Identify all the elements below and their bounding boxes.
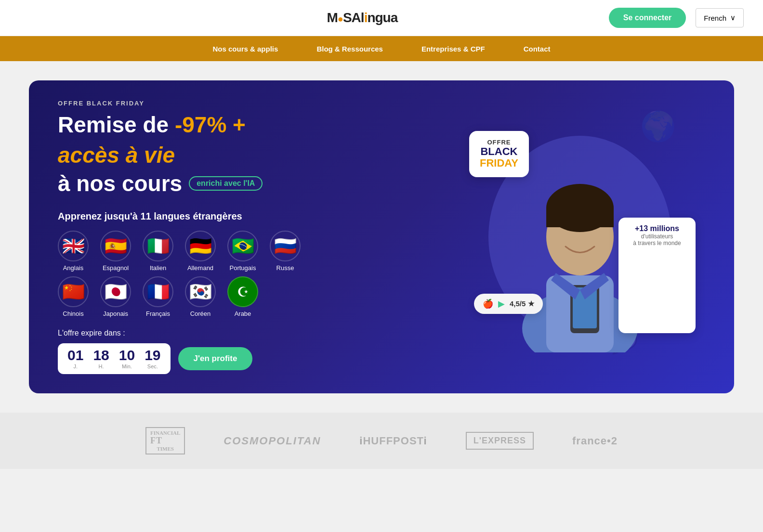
press-express: L'EXPRESS <box>466 432 534 450</box>
days-label: J. <box>73 363 78 369</box>
countdown-minutes: 10 Min. <box>119 348 135 369</box>
offer-bubble-top: OFFRE <box>480 139 518 146</box>
language-selector[interactable]: French ∨ <box>696 8 744 27</box>
flag-coreen-label: Coréen <box>190 310 211 317</box>
navigation: Nos cours & applis Blog & Ressources Ent… <box>0 36 763 61</box>
seconds-label: Sec. <box>147 363 158 369</box>
rating-bubble: 🍎 ▶ 4,5/5 ★ <box>474 294 543 314</box>
learn-text: Apprenez jusqu'à 11 langues étrangères <box>58 211 455 222</box>
countdown-row: 01 J. 18 H. 10 Min. 19 Sec. <box>58 343 455 374</box>
flag-japonais-label: Japonais <box>103 310 128 317</box>
header-right: Se connecter French ∨ <box>609 8 744 28</box>
nav-item-contact[interactable]: Contact <box>524 45 551 53</box>
flag-russe-label: Russe <box>276 264 294 272</box>
countdown-seconds: 19 Sec. <box>145 348 160 369</box>
press-huffpost: iHUFFPOSTi <box>359 435 427 447</box>
title-part3: à nos cours <box>58 170 182 196</box>
flag-arabe-icon: ☪ <box>227 276 258 307</box>
title-highlight: -97% + <box>175 112 246 137</box>
nav-item-enterprise[interactable]: Entreprises & CPF <box>421 45 485 53</box>
countdown-box: 01 J. 18 H. 10 Min. 19 Sec. <box>58 343 171 374</box>
flag-anglais-label: Anglais <box>63 264 84 272</box>
rating-value: 4,5/5 ★ <box>510 299 534 308</box>
flag-japonais-icon: 🇯🇵 <box>100 276 131 307</box>
countdown-hours: 18 H. <box>93 348 109 369</box>
flag-russe-icon: 🇷🇺 <box>270 231 301 261</box>
flag-espagnol-label: Espagnol <box>103 264 129 272</box>
title-part2: accès à vie <box>58 143 175 168</box>
expire-text: L'offre expire dans : <box>58 329 455 337</box>
logo: M●SAlingua <box>327 10 398 26</box>
flag-italien-label: Italien <box>150 264 167 272</box>
connect-button[interactable]: Se connecter <box>609 8 686 28</box>
minutes-label: Min. <box>122 363 132 369</box>
minutes-value: 10 <box>119 348 135 363</box>
flag-espagnol: 🇪🇸 Espagnol <box>100 231 131 272</box>
hours-value: 18 <box>93 348 109 363</box>
hero-title-line3: à nos cours enrichi avec l'IA <box>58 170 455 196</box>
offer-bubble-mid: BLACK <box>480 146 518 157</box>
flag-allemand-label: Allemand <box>187 264 213 272</box>
hero-left: OFFRE BLACK FRIDAY Remise de -97% + accè… <box>58 100 455 374</box>
users-sub2: à travers le monde <box>627 240 687 247</box>
flag-espagnol-icon: 🇪🇸 <box>100 231 131 261</box>
offer-tag: OFFRE BLACK FRIDAY <box>58 100 455 107</box>
users-bubble: +13 millions d'utilisateurs à travers le… <box>618 218 696 333</box>
hero-section: 🌍 💬 🏴 OFFRE BLACK FRIDAY Remise de -97% … <box>29 80 734 393</box>
flag-chinois-label: Chinois <box>63 310 83 317</box>
offer-bubble-bot: FRIDAY <box>480 157 518 169</box>
press-france2: france•2 <box>572 435 618 447</box>
flag-arabe: ☪ Arabe <box>227 276 258 317</box>
flags-row-1: 🇬🇧 Anglais 🇪🇸 Espagnol 🇮🇹 Italien 🇩🇪 All… <box>58 231 455 272</box>
flag-japonais: 🇯🇵 Japonais <box>100 276 131 317</box>
flag-coreen-icon: 🇰🇷 <box>185 276 216 307</box>
flag-anglais: 🇬🇧 Anglais <box>58 231 89 272</box>
offer-bubble: OFFRE BLACK FRIDAY <box>469 131 529 177</box>
seconds-value: 19 <box>145 348 160 363</box>
svg-rect-4 <box>546 208 614 227</box>
press-ft: FINANCIAL FT TIMES <box>145 427 185 454</box>
flag-coreen: 🇰🇷 Coréen <box>185 276 216 317</box>
flag-francais: 🇫🇷 Français <box>143 276 173 317</box>
nav-item-blog[interactable]: Blog & Ressources <box>316 45 383 53</box>
cta-button[interactable]: J'en profite <box>178 347 253 370</box>
flag-francais-icon: 🇫🇷 <box>143 276 173 307</box>
hero-right: OFFRE BLACK FRIDAY <box>455 121 705 352</box>
flag-chinois: 🇨🇳 Chinois <box>58 276 89 317</box>
countdown-days: 01 J. <box>67 348 83 369</box>
users-main: +13 millions <box>627 224 687 233</box>
ai-badge: enrichi avec l'IA <box>189 176 263 191</box>
flags-row-2: 🇨🇳 Chinois 🇯🇵 Japonais 🇫🇷 Français 🇰🇷 Co… <box>58 276 455 317</box>
press-bar: FINANCIAL FT TIMES COSMOPOLITAN iHUFFPOS… <box>0 413 763 469</box>
flag-russe: 🇷🇺 Russe <box>270 231 301 272</box>
hero-wrapper: 🌍 💬 🏴 OFFRE BLACK FRIDAY Remise de -97% … <box>0 61 763 413</box>
language-label: French <box>704 14 726 22</box>
flag-francais-label: Français <box>146 310 170 317</box>
days-value: 01 <box>67 348 83 363</box>
chevron-down-icon: ∨ <box>730 13 736 22</box>
flag-allemand-icon: 🇩🇪 <box>185 231 216 261</box>
flag-italien: 🇮🇹 Italien <box>143 231 173 272</box>
play-icon: ▶ <box>498 298 505 309</box>
hero-title-line1: Remise de -97% + <box>58 112 455 138</box>
flag-italien-icon: 🇮🇹 <box>143 231 173 261</box>
flag-anglais-icon: 🇬🇧 <box>58 231 89 261</box>
flag-chinois-icon: 🇨🇳 <box>58 276 89 307</box>
flag-portugais-label: Portugais <box>230 264 256 272</box>
flag-arabe-label: Arabe <box>235 310 251 317</box>
apple-icon: 🍎 <box>483 298 493 309</box>
header: M●SAlingua Se connecter French ∨ <box>0 0 763 36</box>
press-cosmopolitan: COSMOPOLITAN <box>224 435 321 447</box>
flag-portugais-icon: 🇧🇷 <box>227 231 258 261</box>
flag-allemand: 🇩🇪 Allemand <box>185 231 216 272</box>
flag-portugais: 🇧🇷 Portugais <box>227 231 258 272</box>
hero-title-line2: accès à vie <box>58 142 455 169</box>
users-sub1: d'utilisateurs <box>627 233 687 240</box>
title-plain: Remise de <box>58 112 175 137</box>
nav-item-courses[interactable]: Nos cours & applis <box>213 45 278 53</box>
hours-label: H. <box>99 363 104 369</box>
